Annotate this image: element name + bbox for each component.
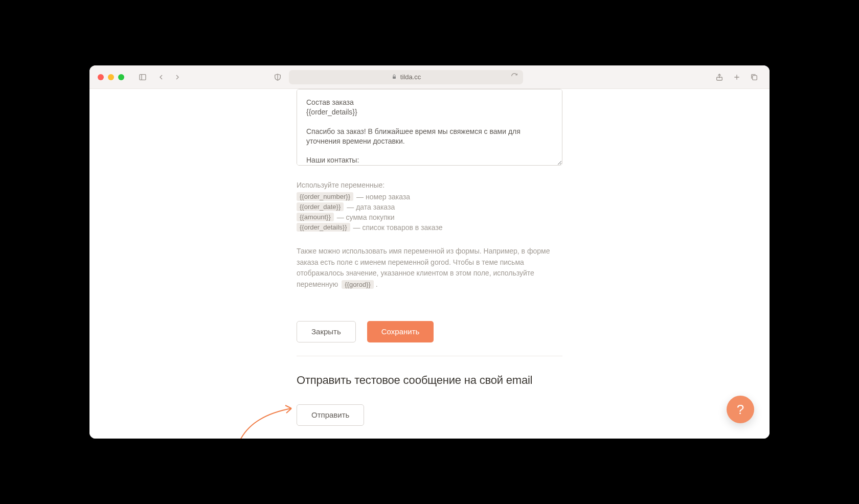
form-variable-note-text: Также можно использовать имя переменной … — [297, 247, 550, 288]
variable-token: {{gorod}} — [342, 280, 374, 289]
section-divider — [297, 356, 562, 356]
svg-rect-7 — [753, 75, 757, 80]
arrow-annotation-icon — [234, 393, 298, 439]
variable-token: {{order_number}} — [297, 192, 353, 201]
maximize-window-button[interactable] — [118, 74, 124, 80]
email-body-textarea[interactable] — [297, 89, 562, 166]
send-test-button[interactable]: Отправить — [297, 404, 364, 426]
new-tab-icon[interactable] — [730, 70, 744, 84]
close-window-button[interactable] — [98, 74, 104, 80]
save-button[interactable]: Сохранить — [367, 321, 434, 342]
close-button[interactable]: Закрыть — [297, 321, 356, 342]
variable-token: {{amount}} — [297, 213, 334, 221]
address-bar-host: tilda.cc — [400, 73, 421, 81]
address-bar[interactable]: tilda.cc — [289, 70, 523, 84]
variable-row: {{order_date}} — дата заказа — [297, 202, 562, 211]
form-variable-note: Также можно использовать имя переменной … — [297, 246, 562, 290]
shield-icon[interactable] — [270, 70, 285, 84]
test-email-heading: Отправить тестовое сообщение на свой ema… — [297, 374, 562, 387]
browser-toolbar: tilda.cc — [89, 65, 770, 89]
browser-window: tilda.cc Используйте переменные: {{or — [89, 65, 770, 439]
variable-desc: — сумма покупки — [337, 213, 395, 221]
variable-token: {{order_date}} — [297, 202, 344, 211]
forward-button[interactable] — [170, 70, 185, 84]
variable-token: {{order_details}} — [297, 223, 350, 232]
variable-row: {{amount}} — сумма покупки — [297, 213, 562, 221]
window-controls — [98, 74, 124, 80]
variable-row: {{order_number}} — номер заказа — [297, 192, 562, 201]
variables-hint-label: Используйте переменные: — [297, 180, 562, 191]
lock-icon — [391, 74, 397, 81]
minimize-window-button[interactable] — [108, 74, 114, 80]
share-icon[interactable] — [712, 70, 727, 84]
form-variable-note-suffix: . — [376, 280, 378, 288]
variable-desc: — список товаров в заказе — [353, 223, 443, 232]
page-content: Используйте переменные: {{order_number}}… — [89, 89, 770, 439]
sidebar-toggle-icon[interactable] — [135, 70, 150, 84]
tabs-icon[interactable] — [747, 70, 761, 84]
svg-rect-3 — [393, 76, 396, 79]
reload-icon[interactable] — [511, 73, 518, 81]
variable-desc: — номер заказа — [356, 193, 410, 201]
back-button[interactable] — [154, 70, 168, 84]
help-fab-label: ? — [737, 402, 744, 418]
svg-rect-0 — [140, 74, 146, 80]
action-buttons: Закрыть Сохранить — [297, 321, 562, 342]
variables-list: {{order_number}} — номер заказа {{order_… — [297, 192, 562, 232]
variable-row: {{order_details}} — список товаров в зак… — [297, 223, 562, 232]
variable-desc: — дата заказа — [347, 203, 395, 211]
help-fab-button[interactable]: ? — [727, 396, 754, 423]
